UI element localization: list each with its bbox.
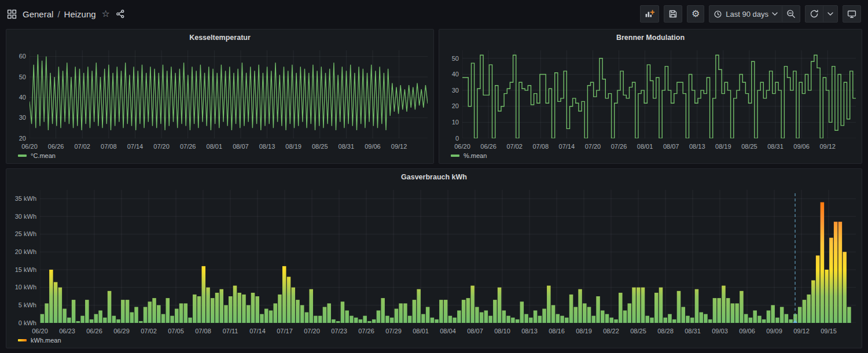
x-tick-label: 07/17 [277, 328, 293, 334]
panel-title[interactable]: Brenner Modulation [439, 30, 862, 42]
x-tick-label: 09/15 [821, 328, 837, 334]
x-tick-label: 08/28 [657, 328, 674, 334]
y-axis: 0 kWh5 kWh10 kWh15 kWh20 kWh25 kWh30 kWh… [12, 190, 40, 325]
x-tick-label: 07/20 [153, 143, 170, 150]
legend-swatch [18, 155, 27, 157]
legend-label: °C.mean [31, 152, 56, 159]
time-range-picker[interactable]: Last 90 days [709, 6, 782, 22]
time-picker-group: Last 90 days [709, 5, 800, 23]
y-tick-label: 35 kWh [15, 195, 36, 202]
x-tick-label: 08/07 [663, 143, 679, 150]
x-tick-label: 08/31 [339, 143, 355, 150]
panel-title[interactable]: Kesseltemperatur [6, 30, 433, 42]
x-tick-label: 08/25 [312, 143, 328, 150]
dashboard-header: General / Heizung ☆ [0, 0, 868, 28]
y-tick-label: 40 [19, 94, 26, 101]
x-tick-label: 06/26 [86, 328, 102, 334]
y-tick-label: 10 [452, 119, 459, 126]
x-tick-label: 07/08 [195, 328, 211, 334]
x-tick-label: 08/07 [467, 328, 483, 334]
gas-chart-svg[interactable] [40, 190, 856, 323]
x-tick-label: 08/04 [440, 328, 456, 334]
y-tick-label: 50 [19, 73, 26, 80]
panel-title[interactable]: Gasverbrauch kWh [6, 169, 862, 182]
y-tick-label: 20 kWh [15, 248, 36, 255]
clock-icon [713, 10, 722, 19]
x-tick-label: 06/20 [454, 143, 470, 150]
refresh-icon [810, 9, 819, 19]
x-axis: 06/2006/2607/0207/0807/1407/2007/2608/01… [30, 142, 428, 150]
x-tick-label: 08/13 [689, 143, 705, 150]
kessel-chart-svg[interactable] [30, 50, 428, 138]
add-panel-icon [645, 9, 654, 19]
legend-label: %.mean [464, 152, 487, 159]
legend-swatch [451, 155, 459, 157]
x-tick-label: 09/09 [766, 328, 782, 334]
x-tick-label: 09/12 [819, 143, 836, 150]
refresh-button[interactable] [806, 6, 823, 22]
x-tick-label: 07/14 [127, 143, 144, 150]
x-tick-label: 08/19 [715, 143, 731, 150]
dashboard-toolbar: ⚙ Last 90 days [640, 5, 861, 23]
y-tick-label: 50 [452, 55, 459, 62]
x-tick-label: 08/10 [494, 328, 510, 334]
time-zoom-out-button[interactable] [782, 6, 800, 22]
dashboard-settings-button[interactable]: ⚙ [687, 5, 704, 23]
brenner-chart-svg[interactable] [462, 50, 856, 138]
kesseltemperatur-plot-area[interactable] [30, 50, 428, 141]
x-tick-label: 07/26 [358, 328, 374, 334]
x-tick-label: 09/06 [365, 143, 381, 150]
y-tick-label: 15 kWh [15, 266, 36, 273]
x-tick-label: 07/11 [223, 328, 238, 334]
refresh-interval-dropdown[interactable] [823, 6, 837, 22]
y-tick-label: 30 [452, 87, 459, 94]
dashboards-grid-icon[interactable] [7, 9, 17, 19]
chevron-down-icon [772, 12, 778, 16]
x-tick-label: 07/02 [141, 328, 157, 334]
x-tick-label: 09/06 [739, 328, 755, 334]
breadcrumb-folder[interactable]: General [23, 9, 53, 19]
x-tick-label: 08/07 [233, 143, 249, 150]
x-tick-label: 06/20 [21, 143, 38, 150]
y-axis: 2030405060 [12, 50, 30, 141]
gasverbrauch-plot-area[interactable] [40, 190, 856, 325]
x-tick-label: 07/14 [249, 328, 266, 334]
x-axis: 06/2006/2306/2606/2907/0207/0507/0807/11… [40, 326, 856, 335]
y-tick-label: 30 [19, 114, 26, 121]
x-tick-label: 07/23 [331, 328, 347, 334]
x-tick-label: 09/12 [391, 143, 407, 150]
brenner-modulation-plot-area[interactable] [462, 50, 856, 141]
breadcrumb-dashboard-title[interactable]: Heizung [64, 9, 96, 19]
x-tick-label: 07/29 [385, 328, 402, 334]
y-tick-label: 60 [19, 53, 26, 60]
tv-monitor-icon [847, 9, 856, 19]
x-tick-label: 08/13 [259, 143, 275, 150]
x-tick-label: 07/26 [611, 143, 627, 150]
legend-item[interactable]: %.mean [439, 150, 862, 163]
y-tick-label: 20 [452, 102, 459, 109]
share-icon[interactable] [116, 9, 125, 19]
x-tick-label: 06/29 [113, 328, 130, 334]
x-tick-label: 07/14 [559, 143, 575, 150]
time-range-label: Last 90 days [726, 10, 768, 19]
add-panel-button[interactable] [640, 5, 659, 23]
save-dashboard-button[interactable] [664, 5, 682, 23]
x-tick-label: 07/08 [101, 143, 117, 150]
x-tick-label: 07/02 [74, 143, 90, 150]
legend-item[interactable]: kWh.mean [6, 335, 862, 348]
x-tick-label: 08/31 [685, 328, 701, 334]
x-tick-label: 06/26 [48, 143, 64, 150]
panel-kesseltemperatur: Kesseltemperatur 2030405060 06/2006/2607… [6, 29, 434, 164]
legend-label: kWh.mean [31, 337, 61, 344]
cycle-view-mode-button[interactable] [843, 5, 861, 23]
legend-item[interactable]: °C.mean [6, 150, 433, 163]
x-tick-label: 06/26 [480, 143, 496, 150]
star-icon[interactable]: ☆ [102, 9, 110, 19]
x-tick-label: 06/23 [59, 328, 75, 334]
x-axis: 06/2006/2607/0207/0807/1407/2007/2608/01… [462, 142, 856, 150]
x-tick-label: 08/25 [741, 143, 757, 150]
legend-swatch [18, 339, 27, 341]
y-tick-label: 40 [452, 71, 459, 78]
save-icon [668, 9, 678, 19]
x-tick-label: 09/03 [712, 328, 728, 334]
